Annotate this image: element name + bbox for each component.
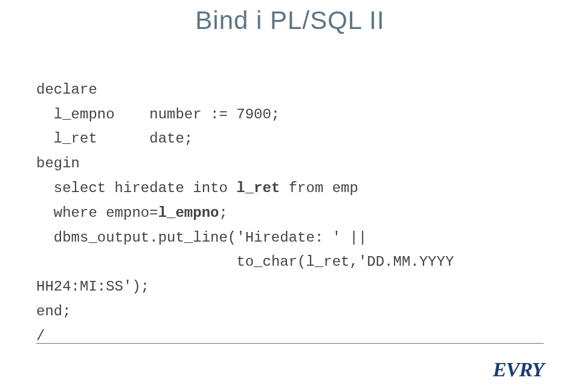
code-line: declare — [36, 82, 97, 98]
code-token: number := 7900; — [149, 106, 280, 123]
slide-title: Bind i PL/SQL II — [0, 0, 580, 53]
code-line: to_char(l_ret,'DD.MM.YYYY — [236, 254, 454, 270]
code-token: ; — [219, 205, 227, 221]
code-bold: l_empno — [158, 205, 219, 221]
footer-divider — [36, 343, 544, 344]
code-token: date; — [149, 130, 193, 147]
code-line: HH24:MI:SS'); — [36, 278, 149, 295]
code-line: dbms_output.put_line('Hiredate: ' || — [36, 230, 367, 246]
code-token: from emp — [280, 180, 358, 196]
code-line: / — [36, 328, 45, 344]
code-line: where empno= — [36, 205, 158, 221]
code-line: select hiredate into — [36, 180, 236, 196]
code-line: begin — [36, 155, 80, 172]
code-block: declare l_empno number := 7900; l_ret da… — [0, 53, 580, 349]
code-line: l_empno — [36, 106, 115, 123]
code-bold: l_ret — [236, 180, 280, 196]
code-line: end; — [36, 303, 71, 320]
brand-logo: EVRY — [493, 358, 544, 381]
code-line: l_ret — [36, 130, 97, 147]
